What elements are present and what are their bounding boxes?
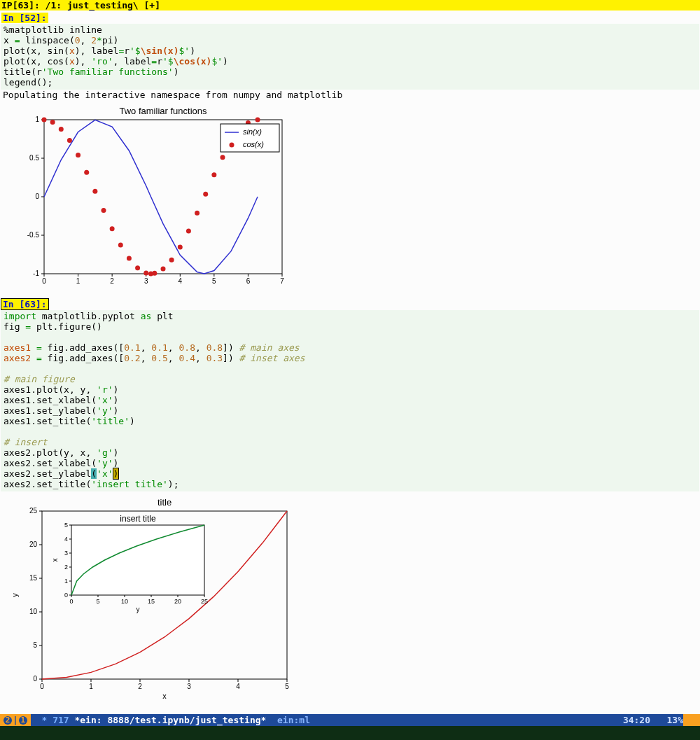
- svg-text:2: 2: [110, 277, 114, 285]
- svg-text:7: 7: [280, 277, 284, 285]
- svg-point-44: [169, 258, 174, 263]
- svg-text:3: 3: [64, 550, 68, 557]
- svg-text:4: 4: [64, 536, 68, 543]
- svg-text:0.5: 0.5: [29, 154, 39, 162]
- modeline-major-mode: ein:ml: [266, 715, 310, 725]
- svg-point-30: [59, 127, 64, 132]
- svg-text:15: 15: [29, 574, 38, 582]
- svg-point-50: [220, 155, 225, 160]
- code-line: # main figure: [4, 374, 75, 384]
- svg-text:y: y: [10, 593, 19, 597]
- svg-text:6: 6: [246, 277, 251, 285]
- code-cell-63[interactable]: import matplotlib.pyplot as plt fig = pl…: [1, 310, 699, 491]
- svg-text:1: 1: [89, 683, 93, 690]
- svg-text:5: 5: [96, 598, 99, 605]
- modeline-right-indicator: [683, 714, 700, 726]
- svg-text:3: 3: [144, 277, 148, 285]
- code-line: axes1.plot(x, y, 'r'): [4, 384, 118, 395]
- svg-text:20: 20: [29, 540, 38, 548]
- svg-text:25: 25: [29, 507, 38, 515]
- svg-point-32: [76, 153, 80, 158]
- modeline-buffer-name: *ein: 8888/test.ipynb/just_testing*: [69, 715, 267, 725]
- svg-point-28: [42, 118, 47, 123]
- svg-point-39: [135, 265, 140, 270]
- cell-52-plot: Two familiar functions01234567-1-0.500.5…: [13, 106, 700, 290]
- buffer-content[interactable]: In [52]: %matplotlib inline x = linspace…: [0, 11, 700, 714]
- svg-text:15: 15: [148, 598, 155, 605]
- svg-text:5: 5: [212, 277, 216, 285]
- minibuffer[interactable]: [0, 726, 700, 740]
- code-line: plot(x, cos(x), 'ro', label=r'$\cos(x)$'…: [4, 56, 228, 67]
- svg-text:cos(x): cos(x): [243, 140, 264, 148]
- svg-point-48: [203, 192, 208, 197]
- svg-text:10: 10: [121, 598, 128, 605]
- svg-point-47: [195, 211, 200, 216]
- svg-point-31: [67, 138, 72, 143]
- svg-point-58: [230, 143, 234, 148]
- svg-point-46: [186, 229, 191, 234]
- code-line: legend();: [4, 77, 52, 88]
- svg-text:sin(x): sin(x): [243, 127, 262, 136]
- svg-text:2: 2: [138, 683, 142, 690]
- svg-text:x: x: [51, 559, 59, 562]
- code-line: x = linspace(0, 2*pi): [4, 35, 118, 46]
- modeline-workspace-indicator: 2|1: [0, 714, 31, 726]
- svg-text:0: 0: [33, 675, 37, 683]
- code-line: fig = plt.figure(): [4, 321, 102, 332]
- code-line: %matplotlib inline: [4, 25, 102, 35]
- mode-line: 2|1 * 717 *ein: 8888/test.ipynb/just_tes…: [0, 714, 700, 726]
- svg-text:3: 3: [187, 683, 191, 690]
- code-line: axes1.set_title('title'): [4, 416, 135, 426]
- code-line: plot(x, sin(x), label=r'$\sin(x)$'): [4, 46, 195, 56]
- svg-text:5: 5: [33, 641, 37, 649]
- svg-text:Two familiar functions: Two familiar functions: [120, 106, 207, 116]
- svg-text:0: 0: [64, 592, 68, 599]
- code-line: axes2.plot(y, x, 'g'): [4, 447, 118, 458]
- svg-text:1: 1: [35, 116, 39, 123]
- text-cursor: (: [91, 468, 97, 479]
- svg-point-49: [211, 172, 216, 177]
- svg-point-37: [118, 243, 123, 248]
- svg-text:4: 4: [236, 683, 240, 690]
- emacs-frame: IP[63]: /1: just_testing\ [+] In [52]: %…: [0, 0, 700, 740]
- svg-point-38: [127, 256, 132, 261]
- region-mark: ): [113, 468, 119, 479]
- svg-point-35: [102, 208, 106, 213]
- code-line: axes2.set_xlabel('y'): [4, 458, 118, 468]
- workspace-badge-icon: 1: [19, 716, 27, 725]
- cell-prompt-52[interactable]: In [52]:: [1, 13, 48, 23]
- code-line: axes1.set_ylabel('y'): [4, 405, 118, 416]
- svg-point-40: [144, 270, 148, 275]
- chart-two-familiar: Two familiar functions01234567-1-0.500.5…: [13, 106, 293, 288]
- svg-text:10: 10: [29, 608, 38, 615]
- window-title-bar: IP[63]: /1: just_testing\ [+]: [0, 0, 700, 11]
- svg-text:-1: -1: [33, 270, 39, 277]
- svg-text:4: 4: [178, 277, 183, 285]
- modeline-cursor-pos: 34:20: [623, 715, 650, 725]
- code-line: # insert: [4, 437, 48, 447]
- svg-point-45: [178, 244, 183, 249]
- code-line: import matplotlib.pyplot as plt: [4, 311, 174, 321]
- svg-text:y: y: [136, 606, 140, 613]
- code-line: axes1 = fig.add_axes([0.1, 0.1, 0.8, 0.8…: [4, 342, 300, 353]
- code-line: title(r'Two familiar functions'): [4, 67, 178, 77]
- svg-text:0: 0: [35, 193, 39, 200]
- svg-text:-0.5: -0.5: [27, 231, 40, 239]
- code-line: axes2.set_title('insert title');: [4, 479, 178, 489]
- code-line: axes2 = fig.add_axes([0.2, 0.5, 0.4, 0.3…: [4, 353, 305, 363]
- cell-63-plot: title0123450510152025xyinsert title05101…: [7, 497, 700, 702]
- svg-text:1: 1: [76, 277, 80, 285]
- code-line: axes1.set_xlabel('x'): [4, 395, 118, 405]
- code-cell-52[interactable]: %matplotlib inline x = linspace(0, 2*pi)…: [1, 24, 699, 90]
- svg-text:20: 20: [174, 598, 181, 605]
- svg-point-36: [110, 226, 115, 231]
- cell-prompt-63[interactable]: In [63]:: [1, 299, 48, 309]
- svg-point-33: [84, 170, 89, 175]
- svg-text:25: 25: [201, 598, 208, 605]
- svg-text:insert title: insert title: [120, 514, 156, 524]
- chart-inset: title0123450510152025xyinsert title05101…: [7, 497, 301, 700]
- svg-text:2: 2: [64, 564, 68, 571]
- svg-point-43: [161, 266, 166, 271]
- svg-point-29: [50, 120, 55, 125]
- cell-52-stdout: Populating the interactive namespace fro…: [0, 90, 700, 100]
